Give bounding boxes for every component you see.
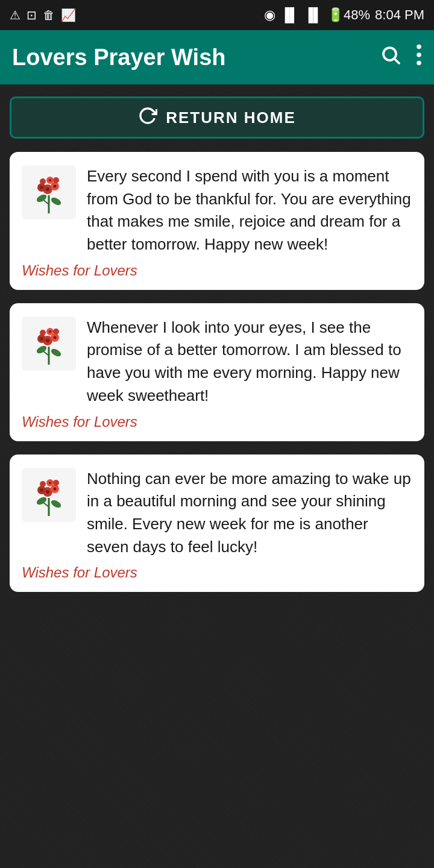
status-left-icons: ⚠ ⊡ 🗑 📈 [10,8,76,22]
quote-text-3: Nothing can ever be more amazing to wake… [87,468,412,559]
svg-point-17 [40,186,43,189]
svg-point-31 [40,337,43,340]
svg-point-44 [54,487,57,490]
svg-point-43 [46,490,49,494]
svg-point-18 [49,179,51,181]
delete-icon: 🗑 [43,8,55,22]
wifi-icon: ◉ [264,7,275,23]
signal1-icon: ▐▌ [280,7,299,23]
svg-point-2 [417,45,421,49]
search-icon[interactable] [380,44,401,71]
card-top: Nothing can ever be more amazing to wake… [22,468,412,559]
svg-point-30 [54,336,57,339]
activity-icon: 📈 [61,8,76,22]
svg-point-32 [49,330,51,333]
svg-point-13 [40,178,46,184]
screenshot-icon: ⊡ [27,8,37,22]
svg-line-1 [395,59,400,64]
time-display: 8:04 PM [375,7,424,23]
svg-point-22 [50,347,63,358]
svg-point-41 [40,481,46,487]
status-bar: ⚠ ⊡ 🗑 📈 ◉ ▐▌ ▐▌ 🔋48% 8:04 PM [0,0,434,30]
app-bar-actions [380,44,422,71]
return-home-button[interactable]: RETURN HOME [10,96,424,139]
svg-point-27 [40,330,46,336]
quote-text-2: Whenever I look into your eyes, I see th… [87,316,412,407]
svg-point-28 [53,329,59,335]
flower-thumbnail [22,316,76,371]
quote-author-2: Wishes for Lovers [22,414,412,430]
flower-thumbnail [22,165,76,219]
flower-thumbnail [22,468,76,522]
svg-point-16 [54,185,57,188]
svg-point-45 [40,488,43,491]
return-home-label: RETURN HOME [166,108,296,127]
quote-card: Nothing can ever be more amazing to wake… [10,454,424,593]
battery-indicator: 🔋48% [327,7,370,23]
card-top: Whenever I look into your eyes, I see th… [22,316,412,407]
svg-point-8 [50,196,63,207]
content-area: RETURN HOME [0,84,434,868]
warning-icon: ⚠ [10,8,20,22]
svg-point-42 [53,480,59,486]
status-right-icons: ◉ ▐▌ ▐▌ 🔋48% 8:04 PM [264,7,424,23]
more-options-icon[interactable] [416,44,422,71]
signal2-icon: ▐▌ [304,7,322,23]
refresh-icon [138,106,157,130]
card-top: Every second I spend with you is a momen… [22,165,412,256]
svg-point-46 [49,482,51,484]
app-bar: Lovers Prayer Wish [0,30,434,84]
svg-point-15 [46,187,49,191]
svg-point-36 [50,498,63,509]
app-title: Lovers Prayer Wish [12,45,380,71]
svg-point-29 [46,339,49,342]
svg-point-0 [383,48,396,60]
svg-point-3 [417,52,421,57]
svg-point-4 [417,61,421,66]
quote-card: Every second I spend with you is a momen… [10,152,424,290]
quote-text-1: Every second I spend with you is a momen… [87,165,412,256]
quote-card: Whenever I look into your eyes, I see th… [10,303,424,441]
quote-author-3: Wishes for Lovers [22,564,412,581]
svg-point-14 [53,177,59,183]
quote-author-1: Wishes for Lovers [22,262,412,279]
